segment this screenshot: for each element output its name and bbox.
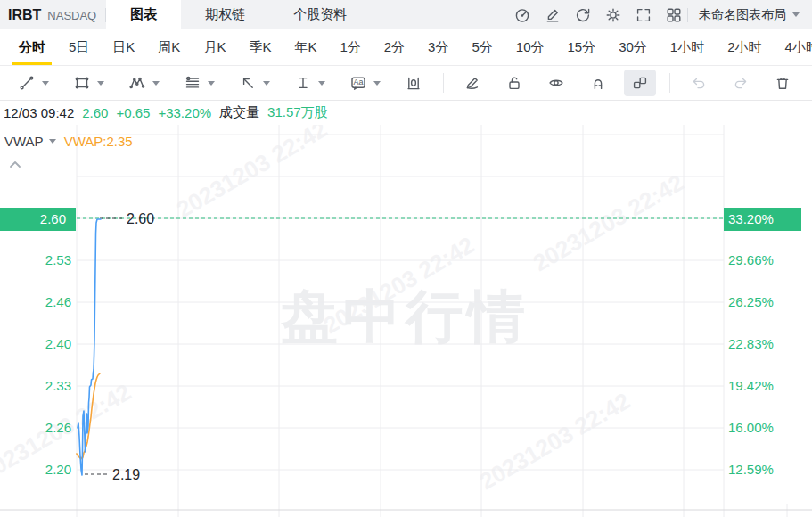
y-axis-pct-label: 29.66% [728,252,774,267]
chevron-up-icon [8,159,22,169]
trend-line-tool[interactable] [11,70,56,96]
timeframe-label: 5分 [472,39,492,56]
layout-grid-button[interactable] [660,4,687,27]
watermark-center: 盘中行情 [280,284,530,349]
refresh-icon [574,6,592,24]
price-chart[interactable]: 20231203 22:42 20231203 22:42 20231203 2… [0,125,812,517]
undo-button[interactable] [683,70,715,96]
timeframe-intraday[interactable]: 分时 [7,29,57,65]
timeframe-label: 2分 [384,39,405,56]
measure-tool[interactable] [287,70,332,96]
y-axis-label: 2.40 [45,336,71,351]
timeframe-daily[interactable]: 日K [101,29,146,65]
timeframe-label: 日K [112,39,135,56]
symbol-ticker: IRBT [8,7,41,23]
chevron-down-icon [42,81,49,86]
text-tool[interactable]: Aa [342,70,388,96]
y-axis-pct-label: 12.59% [728,462,774,477]
symbol-exchange: NASDAQ [47,9,96,22]
timeframe-quarterly[interactable]: 季K [237,29,283,65]
edit-button[interactable] [539,4,566,27]
chevron-down-icon [318,81,325,86]
timeframe-4h[interactable]: 4小时 [774,29,812,65]
timeframe-5m[interactable]: 5分 [460,29,504,65]
sync-drawings-tool[interactable] [624,70,656,96]
text-annotation-icon: Aa [349,74,367,92]
chevron-down-icon [373,81,381,86]
tab-option-chain[interactable]: 期权链 [181,0,269,29]
gauge-button[interactable] [509,4,536,27]
timeframe-15m[interactable]: 15分 [555,29,607,65]
tab-option-chain-label: 期权链 [205,6,245,23]
chevron-down-icon [49,139,56,144]
timeframe-label: 1分 [340,39,360,56]
y-axis-label: 2.20 [45,462,71,477]
pattern-tool[interactable] [121,70,167,96]
timeframe-5d[interactable]: 5日 [57,29,101,65]
indicator-value: VWAP:2.35 [64,134,133,149]
unlock-icon [505,74,523,92]
visibility-eye-icon [547,74,565,92]
timeframe-label: 30分 [619,39,647,56]
edit-icon [544,6,562,24]
watermark-timestamp: 20231203 22:42 [475,388,635,496]
chevron-down-icon [792,12,800,17]
draw-pencil-icon [463,74,481,92]
volume-label: 成交量 [219,104,259,121]
timeframe-label: 15分 [567,39,595,56]
layout-grid-icon [665,6,683,24]
draw-pencil-tool[interactable] [456,70,488,96]
magnet-icon [589,74,607,92]
xabcd-pattern-icon [128,74,146,92]
timeframe-yearly[interactable]: 年K [283,29,328,65]
timeframe-10m[interactable]: 10分 [504,29,556,65]
timeframe-label: 月K [203,39,226,56]
timeframe-label: 4小时 [785,39,812,56]
timeframe-label: 3分 [428,39,448,56]
layout-name-dropdown[interactable]: 未命名图表布局 [688,7,812,23]
timeframe-weekly[interactable]: 周K [146,29,192,65]
y-axis-pct-label: 22.83% [728,336,774,351]
y-axis-label: 2.46 [45,294,71,309]
fullscreen-icon [635,6,652,24]
quote-change: +0.65 [116,105,150,120]
timeframe-3m[interactable]: 3分 [416,29,460,65]
timeframe-monthly[interactable]: 月K [192,29,237,65]
fib-tool[interactable] [176,70,222,96]
indicator-dropdown[interactable]: VWAP [4,134,56,149]
redo-button[interactable] [725,70,757,96]
timeframe-2h[interactable]: 2小时 [716,29,773,65]
magnet-tool[interactable] [582,70,614,96]
symbol-button[interactable]: IRBT NASDAQ [0,7,105,23]
arrow-tool[interactable] [232,70,277,96]
fib-lines-icon [184,74,201,92]
lock-tool[interactable] [498,70,530,96]
arrow-cursor-icon [239,74,257,92]
timeframe-label: 1小时 [670,39,704,56]
timeframe-1h[interactable]: 1小时 [659,29,716,65]
timeframe-label: 年K [294,39,316,56]
settings-button[interactable] [600,4,627,27]
timeframe-1m[interactable]: 1分 [328,29,372,65]
chevron-down-icon [152,81,160,86]
fullscreen-button[interactable] [630,4,657,27]
toolbar-separator [669,73,670,93]
quote-row: 12/03 09:42 2.60 +0.65 +33.20% 成交量 31.57… [0,101,812,125]
refresh-button[interactable] [570,4,596,27]
timeframe-30m[interactable]: 30分 [607,29,659,65]
redo-icon [732,74,750,92]
current-pct-badge-label: 33.20% [728,211,774,226]
shape-tool[interactable] [66,70,111,96]
bar-pattern-tool[interactable] [398,70,430,96]
timeframe-2m[interactable]: 2分 [373,29,416,65]
tab-stock-info[interactable]: 个股资料 [269,0,371,29]
timeframe-label: 季K [249,39,271,56]
indicator-legend: VWAP VWAP:2.35 [4,134,133,149]
visibility-tool[interactable] [540,70,572,96]
delete-button[interactable] [767,70,799,96]
quote-volume: 31.57万股 [267,104,328,121]
tab-chart[interactable]: 图表 [106,0,181,29]
rectangle-shape-icon [73,74,91,92]
y-axis-pct-label: 19.42% [728,378,774,393]
collapse-pane-button[interactable] [8,159,22,172]
